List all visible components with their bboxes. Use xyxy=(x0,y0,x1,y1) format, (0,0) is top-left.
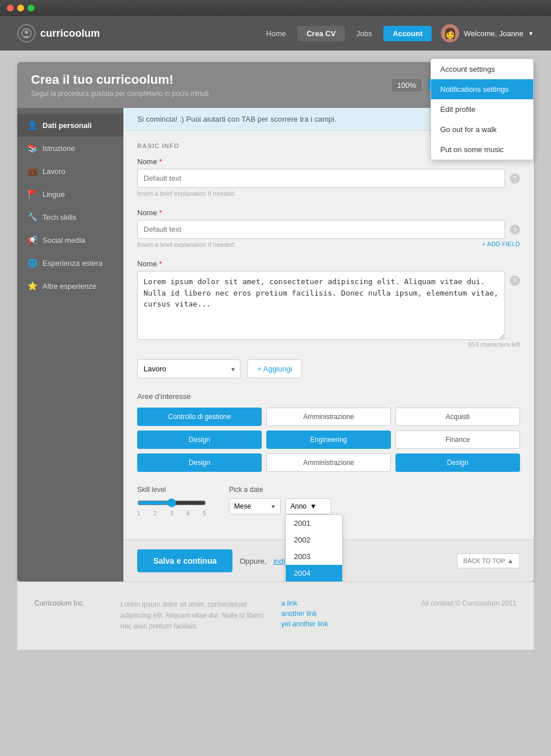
date-fields: Mese GennaioFebbraioMarzo AprileMaggioGi… xyxy=(229,498,331,514)
logo-text: curricoolum xyxy=(40,28,100,40)
or-text: Oppure, xyxy=(239,557,266,565)
year-value: Anno xyxy=(290,502,306,510)
tag-design-2[interactable]: Design xyxy=(137,453,262,472)
field3-label: Nome * xyxy=(137,259,520,268)
user-avatar: 👩 xyxy=(441,24,459,42)
field3-row: Lorem ipsum dolor sit amet, consectetuer… xyxy=(137,271,520,340)
sidebar-item-social-media[interactable]: 📢 Social media xyxy=(17,228,123,251)
sidebar-item-istruzione[interactable]: 📚 Istruzione xyxy=(17,137,123,160)
form-group-field2: Nome * ? Insert a brief explanation if n… xyxy=(137,208,520,248)
sidebar-label-esperienza-estera: Esperienza estera xyxy=(42,259,103,267)
sidebar-item-dati-personali[interactable]: 👤 Dati personali xyxy=(17,114,123,137)
up-arrow-icon: ▲ xyxy=(507,557,514,564)
nav-jobs[interactable]: Jobs xyxy=(356,29,372,38)
field2-row: ? xyxy=(137,220,520,239)
account-dropdown: Account settings Notifications settings … xyxy=(430,59,534,160)
tag-design-3[interactable]: Design xyxy=(395,453,520,472)
logo[interactable]: curricoolum xyxy=(17,24,100,42)
footer-company: Curricoolum Inc. xyxy=(34,599,109,633)
minimize-dot[interactable] xyxy=(17,5,24,11)
tag-amministrazione-2[interactable]: Amministrazione xyxy=(266,453,391,472)
form-area: Si comincia! :) Puoi aiutarti con TAB pe… xyxy=(123,108,534,581)
tag-finance[interactable]: Finance xyxy=(395,431,520,449)
dropdown-go-out[interactable]: Go out for a walk xyxy=(431,119,533,139)
dropdown-row: Lavoro Istruzione Altro ▼ + Aggiungi xyxy=(137,359,520,378)
tag-controllo-di-gestione[interactable]: Controllo di gestione xyxy=(137,408,262,426)
date-area: Pick a date Mese GennaioFebbraioMarzo Ap… xyxy=(229,486,331,514)
date-label: Pick a date xyxy=(229,486,331,494)
slider-container: 12345 xyxy=(137,498,206,517)
year-2004[interactable]: 2004 xyxy=(286,565,342,581)
year-list: 2001 2002 2003 2004 2005 2006 2007 ▼ xyxy=(285,514,343,581)
lavoro-select[interactable]: Lavoro Istruzione Altro xyxy=(137,359,240,378)
chars-left: 654 characters left xyxy=(137,341,520,348)
month-select-wrapper: Mese GennaioFebbraioMarzo AprileMaggioGi… xyxy=(229,498,281,514)
form-group-field1: Nome * ? Insert a brief explanation if n… xyxy=(137,157,520,197)
field1-help-icon[interactable]: ? xyxy=(510,173,520,184)
sidebar-label-altre-esperienze: Altre esperienze xyxy=(42,282,96,290)
field1-hint: Insert a brief explanation if needed. xyxy=(137,190,520,197)
year-dropdown-popup: Anno ▼ 2001 2002 2003 2004 2005 xyxy=(285,498,331,514)
sidebar-item-lavoro[interactable]: 💼 Lavoro xyxy=(17,160,123,183)
nav-user[interactable]: 👩 Welcome, Joanne ▼ Account settings Not… xyxy=(441,24,534,42)
sidebar-item-tech-skills[interactable]: 🔧 Tech skills xyxy=(17,206,123,228)
share-icon: 📢 xyxy=(28,235,37,245)
page-subtitle: Segui la procedura guidata per completar… xyxy=(31,90,211,98)
required-marker: * xyxy=(159,157,162,166)
footer-links: a link another link yet another link xyxy=(281,599,356,633)
interests-group: Aree d'interesse Controllo di gestione A… xyxy=(137,392,520,472)
footer-link-1[interactable]: a link xyxy=(281,599,356,607)
sidebar-label-social-media: Social media xyxy=(42,236,85,245)
save-continue-button[interactable]: Salva e continua xyxy=(137,549,232,572)
skill-area: Skill level 12345 xyxy=(137,486,206,517)
dropdown-edit-profile[interactable]: Edit profile xyxy=(431,99,533,119)
back-to-top-button[interactable]: BACK TO TOP ▲ xyxy=(457,553,520,568)
footer: Curricoolum Inc. Lorem ipsum dolor sit a… xyxy=(17,581,534,650)
star-icon: ⭐ xyxy=(28,281,37,290)
field2-input[interactable] xyxy=(137,220,505,239)
field1-input[interactable] xyxy=(137,169,505,188)
aggiungi-button[interactable]: + Aggiungi xyxy=(247,359,302,378)
tag-amministrazione-1[interactable]: Amministrazione xyxy=(266,408,391,426)
sidebar-item-altre-esperienze[interactable]: ⭐ Altre esperienze xyxy=(17,274,123,297)
footer-copyright: All content © Curricoolum 2011 xyxy=(367,599,517,633)
field2-help-icon[interactable]: ? xyxy=(510,224,520,235)
field3-help-icon[interactable]: ? xyxy=(510,276,520,286)
nav-home[interactable]: Home xyxy=(266,29,286,38)
nav-account[interactable]: Account xyxy=(383,26,432,41)
maximize-dot[interactable] xyxy=(28,5,34,11)
skill-slider[interactable] xyxy=(137,498,206,507)
tags-grid: Controllo di gestione Amministrazione Ac… xyxy=(137,408,520,472)
sidebar-item-esperienza-estera[interactable]: 🌐 Esperienza estera xyxy=(17,251,123,274)
interests-title: Aree d'interesse xyxy=(137,392,520,401)
footer-link-2[interactable]: another link xyxy=(281,610,356,618)
page-title: Crea il tuo curricoolum! xyxy=(31,72,211,87)
close-dot[interactable] xyxy=(7,5,14,11)
month-select[interactable]: Mese GennaioFebbraioMarzo AprileMaggioGi… xyxy=(229,498,281,514)
progress-label: 100% xyxy=(391,78,422,92)
tag-acquisti[interactable]: Acquisti xyxy=(395,408,520,426)
briefcase-icon: 💼 xyxy=(28,166,37,176)
field2-hint: Insert a brief explanation if needed. xyxy=(137,241,236,248)
sidebar-label-lingue: Lingue xyxy=(42,190,65,199)
nav-crea-cv[interactable]: Crea CV xyxy=(297,26,345,41)
footer-inner: Curricoolum Inc. Lorem ipsum dolor sit a… xyxy=(34,599,517,633)
year-2001[interactable]: 2001 xyxy=(286,515,342,532)
user-icon: 👤 xyxy=(28,121,37,130)
chevron-down-icon: ▼ xyxy=(528,30,534,37)
tag-design-1[interactable]: Design xyxy=(137,431,262,449)
field3-textarea[interactable]: Lorem ipsum dolor sit amet, consectetuer… xyxy=(137,271,505,340)
year-dropdown-btn[interactable]: Anno ▼ xyxy=(285,498,331,514)
year-2003[interactable]: 2003 xyxy=(286,548,342,565)
svg-point-1 xyxy=(25,30,28,34)
footer-link-3[interactable]: yet another link xyxy=(281,620,356,628)
sidebar-item-lingue[interactable]: 🚩 Lingue xyxy=(17,183,123,206)
dropdown-account-settings[interactable]: Account settings xyxy=(431,59,533,79)
dropdown-notifications-settings[interactable]: Notifications settings xyxy=(431,79,533,99)
year-2002[interactable]: 2002 xyxy=(286,532,342,548)
tag-engineering[interactable]: Engineering xyxy=(266,431,391,449)
content-body: 👤 Dati personali 📚 Istruzione 💼 Lavoro 🚩… xyxy=(17,108,534,581)
add-field-link[interactable]: + ADD FIELD xyxy=(482,241,520,247)
flag-icon: 🚩 xyxy=(28,189,37,199)
dropdown-put-on-music[interactable]: Put on some music xyxy=(431,139,533,160)
